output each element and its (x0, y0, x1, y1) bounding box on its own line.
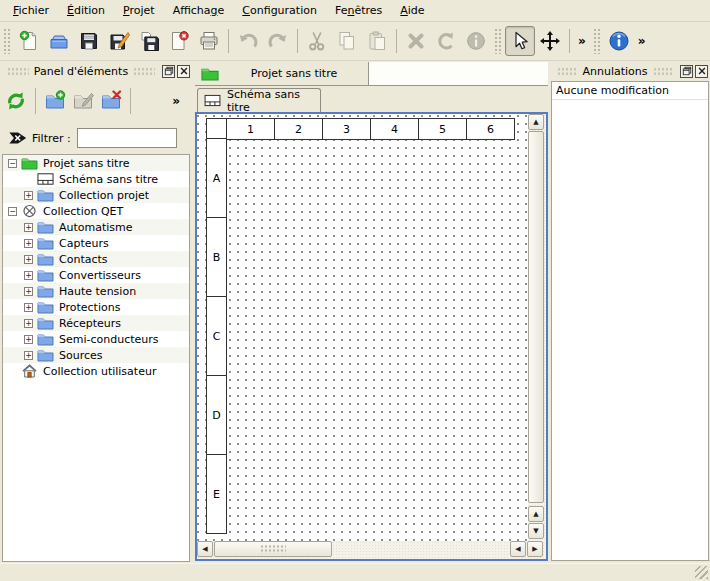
about-button[interactable] (604, 26, 634, 56)
float-button[interactable] (162, 65, 175, 78)
tree-item[interactable]: Schéma sans titre (3, 171, 189, 187)
tree-item[interactable]: +Capteurs (3, 235, 189, 251)
undo-list-item[interactable]: Aucune modification (552, 82, 708, 100)
dock-handle[interactable] (7, 67, 29, 76)
save-as-button[interactable] (104, 26, 134, 56)
close-button[interactable] (177, 65, 190, 78)
copy-button[interactable] (332, 26, 362, 56)
main-toolbar: »» (0, 22, 710, 61)
toolbar-overflow-button[interactable]: » (574, 34, 590, 48)
rotate-button[interactable] (431, 26, 461, 56)
home-icon (21, 364, 38, 378)
save-all-button[interactable] (134, 26, 164, 56)
cut-button[interactable] (302, 26, 332, 56)
workspace: Projet sans titre Schéma sans titre 1234… (195, 62, 548, 562)
paste-icon (366, 30, 388, 52)
menu-projet[interactable]: Projet (114, 1, 164, 20)
menu-aide[interactable]: Aide (391, 1, 433, 20)
expand-icon[interactable]: + (24, 335, 33, 344)
menu-edition[interactable]: Édition (58, 1, 114, 20)
delete-category-button[interactable] (97, 87, 125, 115)
resize-grip[interactable] (695, 566, 708, 579)
tree-item[interactable]: +Collection projet (3, 187, 189, 203)
tree-item[interactable]: +Haute tension (3, 283, 189, 299)
expand-icon[interactable]: + (24, 319, 33, 328)
copy-icon (336, 30, 358, 52)
menu-configuration[interactable]: Configuration (233, 1, 326, 20)
tree-item[interactable]: Collection utilisateur (3, 363, 189, 379)
diagram-canvas[interactable]: 123456 ABCDE (197, 114, 528, 541)
filter-input[interactable] (77, 128, 177, 148)
scroll-mode-button[interactable] (535, 26, 565, 56)
tree-item[interactable]: +Convertisseurs (3, 267, 189, 283)
expand-icon[interactable]: + (24, 271, 33, 280)
menu-fenetres[interactable]: Fenêtres (326, 1, 391, 20)
undo-button[interactable] (233, 26, 263, 56)
dock-handle[interactable] (557, 67, 577, 76)
menu-fichier[interactable]: Fichier (4, 1, 58, 20)
expand-icon[interactable]: + (24, 239, 33, 248)
tree-item[interactable]: +Récepteurs (3, 315, 189, 331)
tree-item[interactable]: +Protections (3, 299, 189, 315)
toolbar-handle[interactable] (494, 28, 502, 54)
collapse-icon[interactable]: − (8, 207, 17, 216)
folder-icon (37, 332, 54, 346)
expand-icon[interactable]: + (24, 287, 33, 296)
toolbar-overflow-button[interactable]: » (634, 34, 650, 48)
cut-icon (306, 30, 328, 52)
scroll-up-button[interactable]: ▲ (528, 506, 544, 522)
delete-icon (405, 30, 427, 52)
horizontal-scrollbar[interactable]: ◀ ◀ ▶ (197, 541, 546, 559)
expand-icon[interactable]: + (24, 255, 33, 264)
tab-project[interactable]: Projet sans titre (195, 62, 369, 85)
new-folder-icon (44, 90, 66, 112)
collapse-icon[interactable]: − (8, 159, 17, 168)
menu-affichage[interactable]: Affichage (164, 1, 234, 20)
edit-category-button[interactable] (69, 87, 97, 115)
scroll-up-button[interactable]: ▲ (528, 114, 544, 130)
tree-item[interactable]: +Automatisme (3, 219, 189, 235)
close-button[interactable] (695, 65, 708, 78)
tree-item[interactable]: +Semi-conducteurs (3, 331, 189, 347)
scroll-down-button[interactable]: ▼ (528, 523, 544, 539)
dock-handle[interactable] (133, 67, 155, 76)
close-file-button[interactable] (164, 26, 194, 56)
select-mode-button[interactable] (505, 26, 535, 56)
redo-button[interactable] (263, 26, 293, 56)
delete-button[interactable] (401, 26, 431, 56)
tree-item[interactable]: −Projet sans titre (3, 155, 189, 171)
expand-icon[interactable]: + (24, 351, 33, 360)
print-button[interactable] (194, 26, 224, 56)
scroll-left-button[interactable]: ◀ (510, 541, 526, 557)
info-gray-icon (465, 30, 487, 52)
tree-item[interactable]: −Collection QET (3, 203, 189, 219)
new-category-button[interactable] (41, 87, 69, 115)
panel-overflow-button[interactable]: » (168, 94, 184, 108)
expand-icon[interactable]: + (24, 191, 33, 200)
tree-item[interactable]: +Sources (3, 347, 189, 363)
scroll-left-button[interactable]: ◀ (197, 541, 213, 557)
horizontal-scroll-thumb[interactable] (214, 541, 332, 557)
element-info-button[interactable] (461, 26, 491, 56)
float-button[interactable] (680, 65, 693, 78)
expand-icon[interactable]: + (24, 303, 33, 312)
tree-item[interactable]: +Contacts (3, 251, 189, 267)
dock-handle[interactable] (653, 67, 673, 76)
toolbar-handle[interactable] (593, 28, 601, 54)
open-button[interactable] (44, 26, 74, 56)
save-as-icon (108, 30, 130, 52)
tab-schema[interactable]: Schéma sans titre (197, 88, 321, 112)
expand-icon[interactable]: + (24, 223, 33, 232)
clear-filter-button[interactable] (8, 129, 28, 147)
save-button[interactable] (74, 26, 104, 56)
new-button[interactable] (14, 26, 44, 56)
paste-button[interactable] (362, 26, 392, 56)
toolbar-handle[interactable] (3, 28, 11, 54)
vertical-scrollbar[interactable]: ▲ ▲ ▼ (528, 114, 546, 541)
reload-collections-button[interactable] (2, 87, 30, 115)
close-icon (179, 66, 189, 76)
tree-item-label: Sources (59, 349, 103, 362)
scroll-right-button[interactable]: ▶ (527, 541, 543, 557)
element-tree[interactable]: −Projet sans titreSchéma sans titre+Coll… (2, 154, 190, 562)
vertical-scroll-thumb[interactable] (528, 131, 544, 503)
